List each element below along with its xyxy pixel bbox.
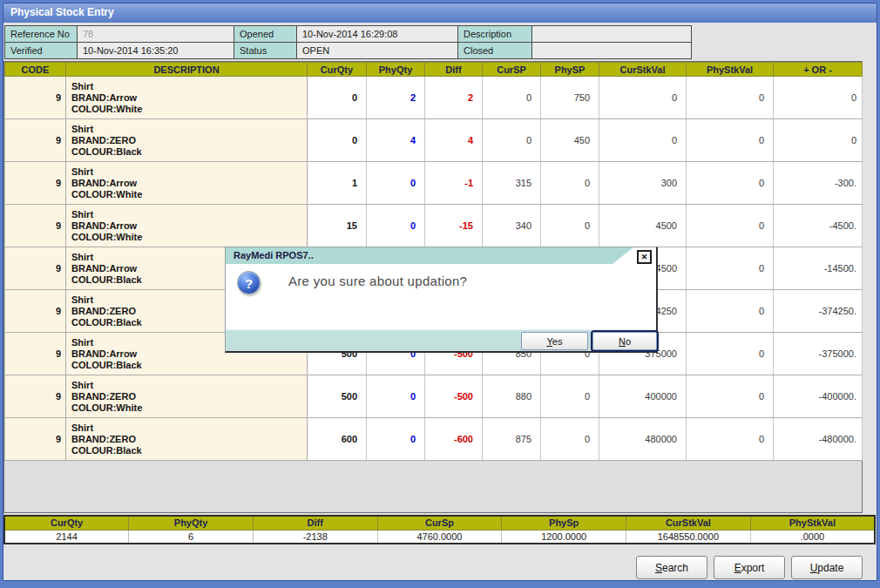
description-label: Description bbox=[458, 26, 532, 43]
cell-phystkval: 0 bbox=[687, 162, 774, 205]
summary-header-physp: PhySp bbox=[502, 516, 626, 530]
cell-cursp: 315 bbox=[483, 162, 541, 205]
cell-description: Shirt BRAND:Arrow COLOUR:White bbox=[66, 77, 308, 119]
table-row[interactable]: 9Shirt BRAND:Arrow COLOUR:White022075000… bbox=[5, 77, 863, 119]
summary-value-cursp: 4760.0000 bbox=[377, 530, 502, 544]
cell-physp: 0 bbox=[541, 162, 599, 205]
status-value: OPEN bbox=[297, 43, 458, 59]
cell-curstkval: 0 bbox=[599, 119, 687, 162]
cell-curqty: 500 bbox=[308, 375, 367, 418]
summary-value-row: 21446-21384760.00001200.00001648550.0000… bbox=[4, 530, 875, 544]
column-header-curqty: CurQty bbox=[308, 63, 367, 77]
dialog-message: Are you sure about updation? bbox=[288, 274, 467, 288]
table-row[interactable]: 9Shirt BRAND:ZERO COLOUR:White5000-50088… bbox=[5, 375, 863, 418]
description-value bbox=[532, 26, 692, 43]
cell-phystkval: 0 bbox=[687, 290, 774, 333]
status-label: Status bbox=[234, 43, 297, 59]
reference-no-label: Reference No bbox=[5, 26, 78, 43]
cell-plus_or_minus: 0 bbox=[774, 119, 863, 162]
summary-value-diff: -2138 bbox=[253, 530, 377, 544]
dialog-titlebar: RayMedi RPOS7.. bbox=[226, 247, 656, 264]
summary-header-phystkval: PhyStkVal bbox=[750, 516, 875, 530]
cell-code: 9 bbox=[5, 375, 66, 418]
column-header-physp: PhySP bbox=[541, 63, 599, 77]
cell-curqty: 0 bbox=[308, 77, 367, 119]
cell-description: Shirt BRAND:ZERO COLOUR:Black bbox=[66, 418, 308, 461]
cell-plus_or_minus: -480000. bbox=[774, 418, 863, 461]
summary-header-row: CurQtyPhyQtyDiffCurSpPhySpCurStkValPhySt… bbox=[4, 516, 875, 530]
window-titlebar: Physical Stock Entry bbox=[3, 3, 877, 23]
summary-value-phyqty: 6 bbox=[129, 530, 254, 544]
cell-code: 9 bbox=[5, 205, 66, 247]
cell-phyqty[interactable]: 0 bbox=[367, 162, 425, 205]
cell-curstkval: 0 bbox=[599, 77, 687, 119]
column-header-cursp: CurSP bbox=[483, 63, 541, 77]
window-title: Physical Stock Entry bbox=[10, 6, 114, 18]
column-header-plus_or_minus: + OR - bbox=[774, 63, 863, 77]
closed-label: Closed bbox=[458, 43, 532, 59]
cell-phyqty[interactable]: 4 bbox=[367, 119, 425, 162]
summary-header-curqty: CurQty bbox=[4, 516, 129, 530]
cell-cursp: 880 bbox=[483, 375, 541, 418]
cell-phyqty[interactable]: 2 bbox=[367, 77, 425, 119]
cell-code: 9 bbox=[5, 333, 66, 375]
table-row[interactable]: 9Shirt BRAND:Arrow COLOUR:White10-131503… bbox=[5, 162, 863, 205]
summary-value-curqty: 2144 bbox=[4, 530, 129, 544]
yes-button[interactable]: Yes bbox=[521, 332, 588, 350]
cell-cursp: 0 bbox=[483, 119, 541, 162]
column-header-phystkval: PhyStkVal bbox=[687, 63, 774, 77]
cell-diff: 2 bbox=[425, 77, 483, 119]
cell-code: 9 bbox=[5, 290, 66, 333]
export-button[interactable]: Export bbox=[714, 556, 785, 579]
cell-curstkval: 4500 bbox=[599, 205, 687, 247]
cell-cursp: 875 bbox=[483, 418, 541, 461]
verified-value: 10-Nov-2014 16:35:20 bbox=[78, 43, 234, 59]
cell-curqty: 15 bbox=[308, 205, 367, 247]
reference-no-value: 78 bbox=[78, 26, 234, 43]
summary-header-phyqty: PhyQty bbox=[129, 516, 254, 530]
cell-plus_or_minus: -300. bbox=[774, 162, 863, 205]
no-button[interactable]: No bbox=[592, 332, 657, 350]
column-header-diff: Diff bbox=[425, 63, 483, 77]
stock-table-header-row: CODEDESCRIPTIONCurQtyPhyQtyDiffCurSPPhyS… bbox=[5, 63, 863, 77]
question-icon: ? bbox=[237, 271, 261, 294]
search-button[interactable]: Search bbox=[636, 556, 707, 579]
cell-description: Shirt BRAND:Arrow COLOUR:White bbox=[66, 205, 308, 247]
cell-phystkval: 0 bbox=[687, 333, 774, 375]
cell-diff: -1 bbox=[425, 162, 483, 205]
dialog-footer: Yes No bbox=[226, 329, 656, 351]
cell-curstkval: 480000 bbox=[599, 418, 687, 461]
cell-cursp: 0 bbox=[483, 77, 541, 119]
cell-phyqty[interactable]: 0 bbox=[367, 418, 425, 461]
opened-value: 10-Nov-2014 16:29:08 bbox=[297, 26, 458, 43]
cell-physp: 0 bbox=[541, 418, 599, 461]
cell-physp: 750 bbox=[541, 77, 599, 119]
column-header-curstkval: CurStkVal bbox=[599, 63, 687, 77]
cell-diff: -500 bbox=[425, 375, 483, 418]
cell-plus_or_minus: -400000. bbox=[774, 375, 863, 418]
cell-description: Shirt BRAND:ZERO COLOUR:Black bbox=[66, 119, 308, 162]
cell-physp: 450 bbox=[541, 119, 599, 162]
cell-phyqty[interactable]: 0 bbox=[367, 205, 425, 247]
cell-phystkval: 0 bbox=[687, 119, 774, 162]
cell-curstkval: 300 bbox=[599, 162, 687, 205]
cell-code: 9 bbox=[5, 418, 66, 461]
cell-plus_or_minus: -4500. bbox=[774, 205, 863, 247]
dialog-title: RayMedi RPOS7.. bbox=[234, 250, 314, 260]
cell-phystkval: 0 bbox=[687, 205, 774, 247]
cell-phystkval: 0 bbox=[687, 247, 774, 290]
cell-plus_or_minus: -374250. bbox=[774, 290, 863, 333]
cell-phystkval: 0 bbox=[687, 418, 774, 461]
cell-phyqty[interactable]: 0 bbox=[367, 375, 425, 418]
update-button[interactable]: Update bbox=[791, 556, 863, 579]
cell-code: 9 bbox=[5, 119, 66, 162]
table-row[interactable]: 9Shirt BRAND:ZERO COLOUR:Black6000-60087… bbox=[5, 418, 863, 461]
column-header-code: CODE bbox=[5, 63, 66, 77]
column-header-phyqty: PhyQty bbox=[367, 63, 425, 77]
cell-diff: 4 bbox=[425, 119, 483, 162]
cell-description: Shirt BRAND:ZERO COLOUR:White bbox=[66, 375, 308, 418]
cell-curqty: 600 bbox=[308, 418, 367, 461]
close-icon[interactable]: ✕ bbox=[637, 250, 652, 264]
table-row[interactable]: 9Shirt BRAND:ZERO COLOUR:Black0440450000 bbox=[5, 119, 863, 162]
table-row[interactable]: 9Shirt BRAND:Arrow COLOUR:White150-15340… bbox=[5, 205, 863, 247]
